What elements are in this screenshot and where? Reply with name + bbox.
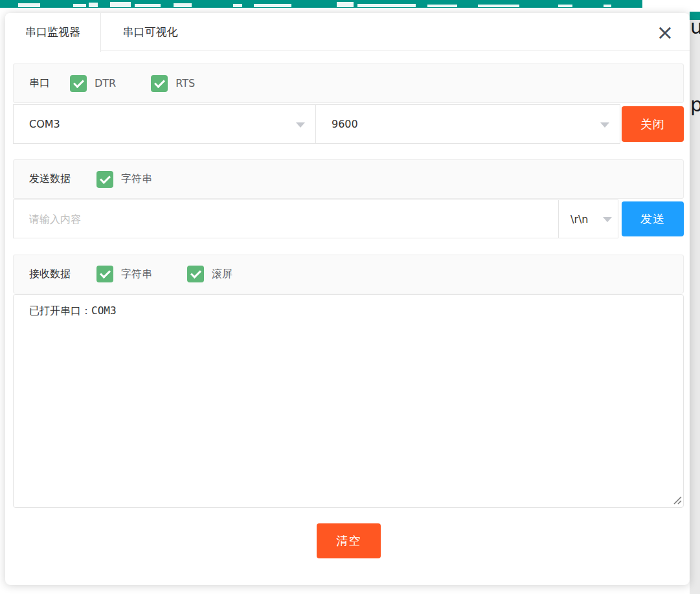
- autoscroll-label: 滚屏: [212, 268, 232, 281]
- port-select[interactable]: COM3: [13, 104, 316, 144]
- baud-select-value: 9600: [332, 118, 358, 130]
- receive-section-title: 接收数据: [29, 268, 71, 281]
- chevron-down-icon: [603, 217, 612, 222]
- autoscroll-checkbox[interactable]: [187, 266, 204, 282]
- chevron-down-icon: [600, 122, 609, 128]
- line-ending-select[interactable]: \r\n: [558, 200, 618, 238]
- send-section-header: 发送数据 字符串: [13, 159, 684, 199]
- background-page-edge: u p: [690, 0, 700, 594]
- toolbar-fragment: [357, 4, 416, 7]
- tab-serial-monitor[interactable]: 串口监视器: [5, 13, 101, 52]
- receive-output[interactable]: 已打开串口：COM3: [13, 294, 684, 508]
- tab-serial-visualization[interactable]: 串口可视化: [101, 13, 199, 51]
- send-string-label: 字符串: [121, 172, 152, 186]
- clear-button[interactable]: 清空: [317, 523, 381, 558]
- receive-string-label: 字符串: [121, 268, 152, 281]
- background-panel: [690, 0, 700, 12]
- baud-select[interactable]: 9600: [315, 104, 620, 144]
- toolbar-fragment: [558, 5, 572, 7]
- port-select-value: COM3: [29, 118, 60, 130]
- receive-string-checkbox[interactable]: [96, 266, 113, 282]
- toolbar-fragment: [254, 4, 291, 7]
- dtr-label: DTR: [95, 77, 116, 89]
- receive-output-value: COM3: [91, 304, 117, 317]
- port-close-button[interactable]: 关闭: [622, 106, 684, 142]
- toolbar-fragment: [233, 4, 242, 7]
- serial-section-header: 串口 DTR RTS: [13, 63, 684, 103]
- resize-handle-icon[interactable]: [672, 495, 683, 505]
- rts-label: RTS: [175, 77, 195, 89]
- close-icon[interactable]: ×: [652, 18, 678, 47]
- serial-monitor-dialog: 串口监视器 串口可视化 × 串口 DTR RTS COM3 9600 关闭 发送…: [5, 13, 690, 585]
- send-section-title: 发送数据: [29, 172, 71, 186]
- receive-section-header: 接收数据 字符串 滚屏: [13, 255, 684, 293]
- serial-section-title: 串口: [29, 76, 50, 90]
- toolbar-fragment: [604, 5, 611, 7]
- toolbar-fragment: [174, 3, 192, 7]
- background-clipped-text: u: [690, 16, 700, 38]
- dialog-tabbar: 串口监视器 串口可视化 ×: [5, 13, 690, 51]
- toolbar-fragment: [135, 4, 161, 7]
- chevron-down-icon: [296, 122, 305, 128]
- toolbar-fragment: [427, 5, 457, 7]
- send-input[interactable]: [13, 200, 559, 238]
- toolbar-fragment: [110, 2, 131, 7]
- send-string-checkbox[interactable]: [96, 171, 113, 188]
- toolbar-fragment: [89, 3, 98, 7]
- toolbar-fragment: [73, 4, 86, 7]
- line-ending-value: \r\n: [570, 213, 589, 225]
- toolbar-fragment: [18, 3, 40, 7]
- background-toolbar: [0, 0, 642, 8]
- toolbar-fragment: [337, 2, 354, 7]
- background-clipped-text: p: [690, 93, 700, 116]
- rts-checkbox[interactable]: [151, 75, 168, 92]
- toolbar-fragment: [478, 5, 519, 7]
- send-button[interactable]: 发送: [622, 201, 684, 236]
- receive-output-prefix: 已打开串口：: [29, 304, 91, 317]
- dtr-checkbox[interactable]: [70, 75, 87, 92]
